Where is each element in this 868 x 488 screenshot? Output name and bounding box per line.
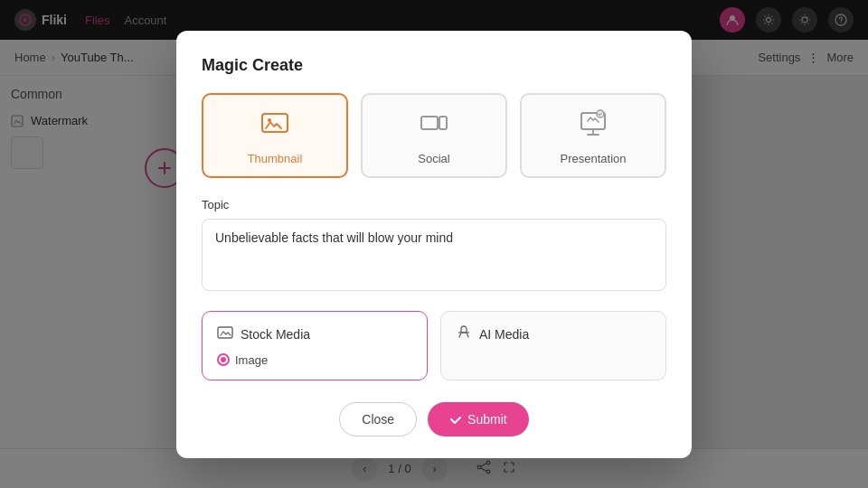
thumbnail-label: Thumbnail [248,152,303,165]
stock-media-header: Stock Media [217,324,412,344]
stock-media-card[interactable]: Stock Media Image [202,311,428,380]
submit-button[interactable]: Submit [428,402,529,436]
svg-rect-16 [218,327,232,338]
image-radio-label: Image [235,353,268,367]
ai-media-header: AI Media [456,324,651,344]
svg-rect-13 [439,117,447,129]
svg-rect-10 [262,114,288,132]
type-card-thumbnail[interactable]: Thumbnail [202,93,348,178]
ai-icon [456,324,472,344]
type-card-social[interactable]: Social [361,93,507,178]
close-button[interactable]: Close [339,402,417,436]
magic-create-modal: Magic Create Thumbnail [176,31,692,458]
topic-label: Topic [202,198,666,211]
media-options: Stock Media Image [202,311,666,380]
modal-actions: Close Submit [202,402,666,436]
modal-title: Magic Create [202,56,666,75]
stock-icon [217,324,233,344]
submit-check-icon [449,413,462,426]
presentation-icon [579,109,608,145]
type-card-presentation[interactable]: Presentation [520,93,666,178]
stock-media-label: Stock Media [241,327,310,342]
svg-rect-12 [421,117,438,129]
svg-point-11 [268,118,271,122]
ai-media-label: AI Media [479,327,529,342]
modal-overlay: Magic Create Thumbnail [0,0,868,488]
submit-label: Submit [467,412,507,427]
topic-input[interactable] [202,219,666,291]
image-radio-option[interactable]: Image [217,353,412,367]
ai-media-card[interactable]: AI Media [440,311,666,380]
thumbnail-icon [260,109,289,145]
presentation-label: Presentation [561,152,627,165]
type-cards: Thumbnail Social [202,93,666,178]
image-radio-dot [217,353,230,366]
social-label: Social [418,152,449,165]
stock-radio-group: Image [217,353,412,367]
social-icon [420,109,448,145]
